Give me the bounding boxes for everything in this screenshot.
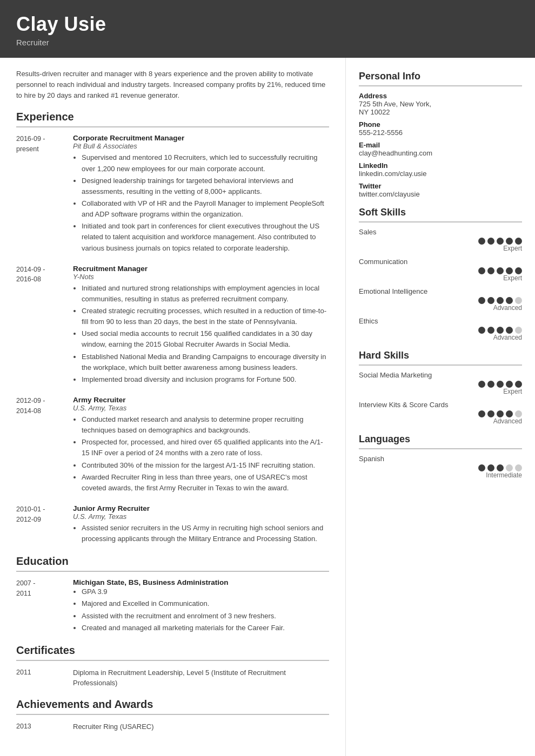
achievement-text: Recruiter Ring (USAREC) [73,721,154,732]
soft-skills-divider [359,221,522,222]
dot-filled [497,238,504,245]
education-title: Education [16,555,329,568]
dot-empty [506,464,513,471]
dot-filled [487,267,494,274]
certificates-entries: 2011Diploma in Recruitment Leadership, L… [16,667,329,688]
entry-bullets: Assisted senior recruiters in the US Arm… [73,523,329,544]
dot-filled [497,297,504,304]
bullet-item: Created and managed all marketing materi… [82,623,329,633]
certificates-title: Certificates [16,644,329,657]
certificate-entry: 2011Diploma in Recruitment Leadership, L… [16,667,329,688]
soft-skills-section: Soft Skills SalesExpertCommunicationExpe… [359,207,522,341]
bullet-item: Awarded Recruiter Ring in less than thre… [82,472,329,494]
experience-entry: 2010-01 - 2012-09Junior Army RecruiterU.… [16,504,329,545]
achievement-date: 2013 [16,721,73,732]
hard-skills-title: Hard Skills [359,350,522,361]
skill-dots-row [478,267,522,274]
resume-header: Clay Usie Recruiter [0,0,535,58]
entry-company: U.S. Army, Texas [73,512,329,521]
bullet-item: Created strategic recruiting processes, … [82,306,329,327]
bullet-item: Established National Media and Branding … [82,352,329,373]
email-label: E-mail [359,141,522,149]
languages-list: SpanishIntermediate [359,455,522,479]
experience-entry: 2007 - 2011Michigan State, BS, Business … [16,578,329,634]
soft-skills-title: Soft Skills [359,207,522,218]
skill-name: Social Media Marketing [359,371,522,379]
experience-entry: 2016-09 - presentCorporate Recruitment M… [16,134,329,254]
skill-name: Interview Kits & Score Cards [359,401,522,409]
bullet-item: Initiated and nurtured strong relationsh… [82,283,329,305]
right-column: Personal Info Address 725 5th Ave, New Y… [346,58,535,756]
skill-dots-container: Advanced [359,410,522,425]
bullet-item: Used social media accounts to recruit 15… [82,328,329,350]
skill-name: Ethics [359,317,522,325]
entry-job-title: Recruitment Manager [73,265,329,273]
cert-text: Diploma in Recruitment Leadership, Level… [73,667,329,688]
entry-bullets: Conducted market research and analysis t… [73,414,329,494]
entry-job-title: Michigan State, BS, Business Administrat… [73,578,329,586]
skill-level-label: Advanced [493,304,522,312]
skill-row: CommunicationExpert [359,258,522,282]
twitter-value: twitter.com/clayusie [359,190,522,198]
dot-filled [506,238,513,245]
entry-job-title: Corporate Recruitment Manager [73,134,329,142]
dot-filled [506,410,513,417]
hard-skills-list: Social Media MarketingExpertInterview Ki… [359,371,522,425]
skill-dots-container: Expert [359,267,522,282]
dot-filled [487,464,494,471]
personal-info-title: Personal Info [359,71,522,82]
skill-dots-row [478,464,522,471]
dot-filled [478,464,485,471]
dot-filled [487,238,494,245]
entry-content: Michigan State, BS, Business Administrat… [73,578,329,634]
dot-filled [478,238,485,245]
dot-filled [497,381,504,388]
skill-level-label: Advanced [493,334,522,341]
entry-content: Corporate Recruitment ManagerPit Bull & … [73,134,329,254]
experience-section: Experience 2016-09 - presentCorporate Re… [16,111,329,545]
dot-filled [487,327,494,334]
dot-filled [497,464,504,471]
dot-filled [515,238,522,245]
entry-date: 2010-01 - 2012-09 [16,504,73,545]
dot-empty [515,327,522,334]
entry-bullets: Initiated and nurtured strong relationsh… [73,283,329,385]
skill-dots-row [478,327,522,334]
experience-entries: 2016-09 - presentCorporate Recruitment M… [16,134,329,545]
skill-dots-container: Intermediate [359,464,522,479]
skill-dots-row [478,297,522,304]
bullet-item: Implemented broad diversity and inclusio… [82,374,329,385]
left-column: Results-driven recruiter and manager wit… [0,58,346,756]
dot-empty [515,410,522,417]
hard-skills-section: Hard Skills Social Media MarketingExpert… [359,350,522,425]
bullet-item: Conducted market research and analysis t… [82,414,329,436]
skill-name: Spanish [359,455,522,463]
bullet-item: Supervised and mentored 10 Recruiters, w… [82,152,329,174]
skill-row: Emotional IntelligenceAdvanced [359,287,522,312]
skill-name: Sales [359,228,522,236]
education-divider [16,571,329,572]
email-value: clay@headhunting.com [359,149,522,157]
experience-entry: 2012-09 - 2014-08Army RecruiterU.S. Army… [16,396,329,495]
entry-bullets: Supervised and mentored 10 Recruiters, w… [73,152,329,253]
bullet-item: Designed leadership trainings for target… [82,176,329,197]
skill-name: Emotional Intelligence [359,287,522,295]
skill-level-label: Expert [503,274,522,282]
entry-content: Army RecruiterU.S. Army, TexasConducted … [73,396,329,495]
summary-text: Results-driven recruiter and manager wit… [16,69,329,101]
dot-filled [506,381,513,388]
entry-job-title: Army Recruiter [73,396,329,404]
personal-info-section: Personal Info Address 725 5th Ave, New Y… [359,71,522,198]
dot-filled [487,410,494,417]
education-section: Education 2007 - 2011Michigan State, BS,… [16,555,329,634]
entry-date: 2014-09 - 2016-08 [16,265,73,386]
main-layout: Results-driven recruiter and manager wit… [0,58,535,756]
dot-filled [497,267,504,274]
address-label: Address [359,92,522,100]
dot-filled [506,327,513,334]
entry-date: 2012-09 - 2014-08 [16,396,73,495]
skill-dots-container: Advanced [359,297,522,312]
entry-company: U.S. Army, Texas [73,404,329,412]
cert-date: 2011 [16,667,73,688]
skill-dots-container: Advanced [359,327,522,341]
